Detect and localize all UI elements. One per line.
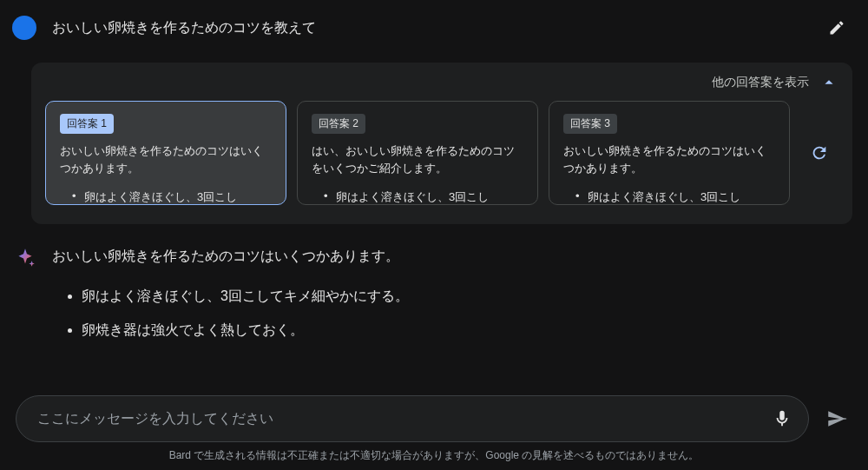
user-avatar	[12, 16, 36, 40]
draft-preview-text: おいしい卵焼きを作るためのコツはいくつかあります。	[60, 142, 272, 177]
chevron-up-icon	[819, 73, 838, 92]
input-bar	[16, 395, 852, 442]
drafts-header[interactable]: 他の回答案を表示	[45, 73, 838, 101]
response-list: 卵はよく溶きほぐし、3回こしてキメ細やかにする。 卵焼き器は強火でよく熱しておく…	[52, 285, 851, 341]
draft-preview-text: おいしい卵焼きを作るためのコツはいくつかあります。	[563, 142, 775, 177]
user-prompt-text: おいしい卵焼きを作るためのコツを教えて	[52, 19, 823, 37]
response-intro: おいしい卵焼きを作るためのコツはいくつかあります。	[52, 245, 851, 268]
disclaimer-footer: Bard で生成される情報は不正確または不適切な場合がありますが、Google …	[0, 448, 868, 463]
user-prompt-row: おいしい卵焼きを作るためのコツを教えて	[0, 0, 868, 56]
mic-button[interactable]	[766, 403, 798, 434]
send-button[interactable]	[821, 403, 852, 434]
drafts-row: 回答案 1 おいしい卵焼きを作るためのコツはいくつかあります。 卵はよく溶きほぐ…	[45, 101, 838, 205]
regenerate-button[interactable]	[802, 136, 837, 170]
drafts-panel: 他の回答案を表示 回答案 1 おいしい卵焼きを作るためのコツはいくつかあります。…	[31, 63, 852, 224]
draft-card-2[interactable]: 回答案 2 はい、おいしい卵焼きを作るためのコツをいくつかご紹介します。 卵はよ…	[297, 101, 538, 205]
message-input[interactable]	[37, 411, 766, 427]
response-bullet: 卵はよく溶きほぐし、3回こしてキメ細やかにする。	[82, 285, 851, 308]
draft-badge: 回答案 1	[60, 114, 114, 134]
refresh-icon	[810, 143, 829, 162]
draft-bullet-text: 卵はよく溶きほぐし、3回こし	[312, 189, 523, 205]
response-bullet: 卵焼き器は強火でよく熱しておく。	[82, 319, 851, 341]
draft-bullet-text: 卵はよく溶きほぐし、3回こし	[60, 189, 272, 205]
response-body: おいしい卵焼きを作るためのコツはいくつかあります。 卵はよく溶きほぐし、3回こし…	[52, 245, 851, 354]
pencil-icon	[828, 19, 845, 36]
draft-card-3[interactable]: 回答案 3 おいしい卵焼きを作るためのコツはいくつかあります。 卵はよく溶きほぐ…	[549, 101, 790, 205]
response-row: おいしい卵焼きを作るためのコツはいくつかあります。 卵はよく溶きほぐし、3回こし…	[0, 224, 868, 354]
mic-icon	[773, 409, 792, 428]
bard-spark-icon	[14, 245, 36, 354]
draft-preview-text: はい、おいしい卵焼きを作るためのコツをいくつかご紹介します。	[312, 142, 523, 177]
message-input-container	[16, 395, 809, 442]
draft-badge: 回答案 3	[563, 114, 617, 134]
draft-badge: 回答案 2	[312, 114, 365, 134]
draft-bullet-text: 卵はよく溶きほぐし、3回こし	[563, 189, 775, 205]
drafts-header-label: 他の回答案を表示	[712, 75, 809, 90]
edit-prompt-button[interactable]	[823, 14, 851, 42]
regenerate-column	[800, 101, 838, 205]
draft-card-1[interactable]: 回答案 1 おいしい卵焼きを作るためのコツはいくつかあります。 卵はよく溶きほぐ…	[45, 101, 286, 205]
send-icon	[825, 407, 848, 430]
